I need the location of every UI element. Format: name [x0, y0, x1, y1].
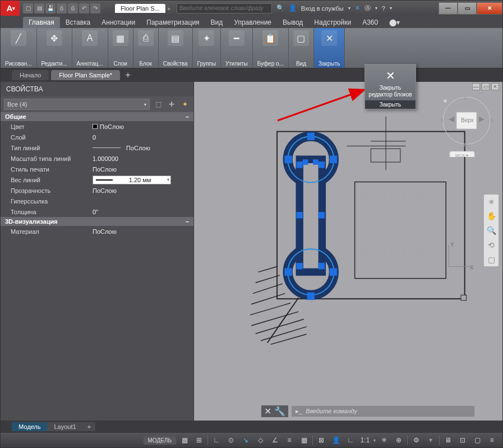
tab-view[interactable]: Вид [205, 17, 229, 28]
panel-block[interactable]: ⎙Блок [133, 28, 159, 68]
tab-manage[interactable]: Управление [228, 17, 277, 28]
app-logo[interactable]: A▾ [1, 1, 20, 16]
maximize-button[interactable]: ▭ [458, 2, 477, 15]
annoauto-icon[interactable]: ⊕ [393, 435, 405, 446]
doctab-active[interactable]: Floor Plan Sample* [51, 70, 120, 80]
panel-properties[interactable]: ▤Свойства [159, 28, 193, 68]
close-editor-button[interactable]: Закрытьредактор блоков [365, 85, 416, 100]
qselect-icon[interactable]: ⬚ [153, 99, 163, 109]
open-icon[interactable]: ▤ [34, 3, 44, 13]
grid-icon[interactable]: ▦ [178, 435, 191, 446]
tab-addins[interactable]: Надстройки [308, 17, 357, 28]
signin-icon[interactable]: 👤 [289, 4, 297, 12]
panel-groups[interactable]: ✦Группы [193, 28, 221, 68]
viewcube-top[interactable]: Верх [461, 117, 474, 123]
print-icon[interactable]: ⎙ [68, 3, 78, 13]
snap-icon[interactable]: ⊞ [193, 435, 205, 446]
iso-icon[interactable]: ↘ [239, 435, 252, 446]
ws-icon[interactable]: ⚙ [410, 435, 422, 446]
selection-combo[interactable]: Все (4)▾ [4, 99, 150, 110]
prop-linetype[interactable]: Тип линийПоСлою [1, 142, 193, 153]
showmotion-icon[interactable]: ▢ [488, 255, 495, 264]
command-line[interactable]: ▸_ Введите команду [292, 406, 474, 417]
orbit-icon[interactable]: ⟲ [488, 241, 495, 250]
saveas-icon[interactable]: ⎙ [57, 3, 67, 13]
search-input[interactable] [177, 3, 272, 13]
svg-rect-2 [355, 182, 446, 278]
pickadd-icon[interactable]: ✛ [167, 99, 177, 109]
doctab-start[interactable]: Начало [12, 70, 49, 80]
tab-model[interactable]: Модель [12, 422, 47, 431]
doctab-add[interactable]: + [122, 70, 133, 80]
osnap-icon[interactable]: ◇ [254, 435, 266, 446]
prop-material[interactable]: МатериалПоСлою [1, 226, 193, 237]
prop-ltscale[interactable]: Масштаб типа линий1.000000 [1, 153, 193, 164]
cmd-options-icon[interactable]: 🔧 [274, 406, 285, 417]
prop-layer[interactable]: Слой0 [1, 132, 193, 142]
pan-icon[interactable]: ✋ [487, 211, 496, 220]
drawing-viewport[interactable]: — ▭ × [194, 82, 502, 421]
drawing-canvas[interactable]: X Y [200, 90, 478, 395]
panel-viewpane[interactable]: ▢Вид [289, 28, 314, 68]
prop-hyperlink[interactable]: Гиперссылка [1, 196, 193, 206]
ortho-icon[interactable]: ∟ [210, 435, 223, 446]
tab-parametric[interactable]: Параметризация [141, 17, 205, 28]
search-icon[interactable]: 🔍 [276, 4, 284, 12]
hwacc-icon[interactable]: 🖥 [442, 435, 454, 446]
exchange-icon[interactable]: ✕ [355, 4, 360, 12]
panel-annotate[interactable]: AАннотац... [72, 28, 108, 68]
close-button[interactable]: ✕ [477, 2, 502, 15]
section-3dviz[interactable]: 3D-визуализация– [1, 217, 193, 226]
customize-icon[interactable]: ≡ [486, 435, 498, 446]
panel-close[interactable]: ✕Закрыть [314, 28, 345, 68]
lineweight-combo[interactable]: 1.20 мм▾ [93, 175, 171, 184]
prop-thickness[interactable]: Толщина0" [1, 206, 193, 217]
tab-a360[interactable]: A360 [357, 17, 384, 28]
cmd-close-icon[interactable]: ✕ [264, 406, 271, 417]
zoom-icon[interactable]: 🔍 [487, 226, 496, 235]
prop-transparency[interactable]: ПрозрачностьПоСлою [1, 185, 193, 196]
viewcube[interactable]: Верх С Ю З В МСК ▾ [439, 90, 495, 151]
clean-icon[interactable]: ▢ [471, 435, 483, 446]
annoscale-label[interactable]: 1:1 [359, 435, 371, 446]
lweight-icon[interactable]: ≡ [283, 435, 296, 446]
panel-draw[interactable]: ╱Рисован... [1, 28, 37, 68]
section-general[interactable]: Общие– [1, 112, 193, 121]
prop-color[interactable]: ЦветПоСлою [1, 121, 193, 132]
a360-icon[interactable]: ⓐ [364, 4, 371, 12]
save-icon[interactable]: 💾 [45, 3, 56, 13]
new-icon[interactable]: ▢ [23, 3, 33, 13]
prop-plotstyle[interactable]: Стиль печатиПоСлою [1, 164, 193, 174]
select-icon[interactable]: ✦ [180, 99, 190, 109]
panel-layers[interactable]: ▦Слои [108, 28, 133, 68]
status-model[interactable]: МОДЕЛЬ [144, 436, 176, 445]
signin-label[interactable]: Вход в службы [301, 5, 344, 12]
tab-insert[interactable]: Вставка [60, 17, 96, 28]
polar-icon[interactable]: ⊙ [225, 435, 237, 446]
prop-lineweight[interactable]: Вес линий1.20 мм▾ [1, 174, 193, 185]
help-icon[interactable]: ? [382, 5, 385, 12]
panel-utilities[interactable]: ━Утилиты [221, 28, 253, 68]
3dosnap-icon[interactable]: 👤 [330, 435, 342, 446]
panel-clipboard[interactable]: 📋Буфер о... [253, 28, 289, 68]
redo-icon[interactable]: ↷ [90, 3, 100, 13]
monitor-icon[interactable]: + [424, 435, 437, 446]
fullnav-icon[interactable]: ⎈ [489, 197, 493, 206]
panel-modify[interactable]: ✥Редакти... [37, 28, 72, 68]
svg-line-42 [267, 298, 298, 343]
annoviz-icon[interactable]: ✳ [378, 435, 390, 446]
tab-home[interactable]: Главная [23, 17, 60, 28]
dynucs-icon[interactable]: ∟ [344, 435, 357, 446]
otrack-icon[interactable]: ∠ [269, 435, 281, 446]
tab-annotate[interactable]: Аннотации [96, 17, 141, 28]
tab-add-layout[interactable]: + [83, 422, 95, 431]
iso2-icon[interactable]: ⊡ [456, 435, 469, 446]
close-x-icon[interactable]: ✕ [365, 64, 416, 85]
minimize-button[interactable]: — [439, 2, 458, 15]
tab-featured[interactable]: ⬤▾ [384, 17, 405, 28]
undo-icon[interactable]: ↶ [79, 3, 89, 13]
tab-layout1[interactable]: Layout1 [47, 422, 82, 431]
cycling-icon[interactable]: ⊠ [315, 435, 327, 446]
tab-output[interactable]: Вывод [277, 17, 308, 28]
transp-icon[interactable]: ▦ [298, 435, 310, 446]
